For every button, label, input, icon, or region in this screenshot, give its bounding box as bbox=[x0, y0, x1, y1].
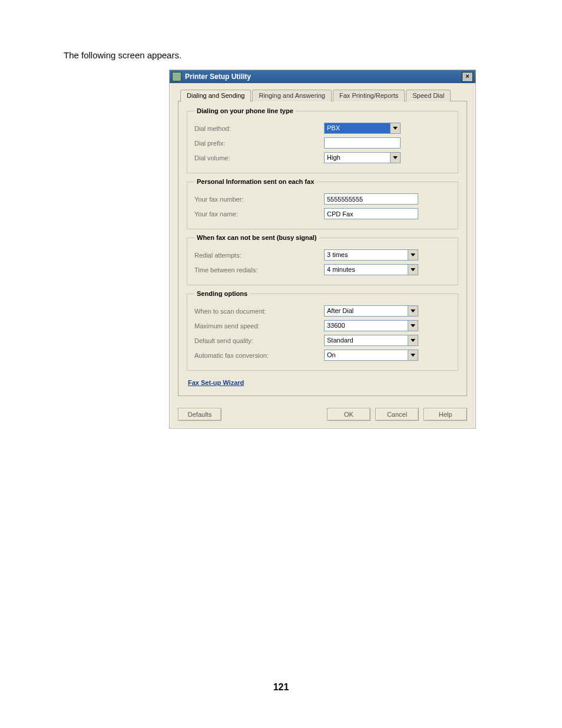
fax-name-input[interactable] bbox=[324, 208, 418, 219]
dialog-body: Dialing and Sending Ringing and Answerin… bbox=[170, 83, 475, 428]
chevron-down-icon bbox=[408, 306, 418, 316]
svg-marker-2 bbox=[411, 253, 415, 256]
tab-panel-dialing-and-sending: Dialing on your phone line type Dial met… bbox=[178, 101, 467, 396]
defaults-button[interactable]: Defaults bbox=[178, 408, 222, 421]
dial-volume-label: Dial volume: bbox=[194, 154, 324, 162]
group-busy-signal: When fax can not be sent (busy signal) R… bbox=[187, 234, 458, 285]
default-send-quality-label: Default send quality: bbox=[194, 337, 324, 344]
tab-fax-printing-reports[interactable]: Fax Printing/Reports bbox=[333, 90, 405, 101]
button-label: OK bbox=[344, 411, 353, 418]
close-icon[interactable]: × bbox=[462, 72, 473, 82]
printer-setup-window: Printer Setup Utility × Dialing and Send… bbox=[169, 70, 476, 429]
button-label: Help bbox=[439, 411, 452, 418]
tab-dialing-and-sending[interactable]: Dialing and Sending bbox=[180, 90, 251, 102]
button-label: Defaults bbox=[188, 411, 211, 418]
group-legend: Dialing on your phone line type bbox=[194, 107, 296, 114]
when-to-scan-select[interactable]: After Dial bbox=[324, 305, 418, 317]
max-send-speed-label: Maximum send speed: bbox=[194, 322, 324, 330]
chevron-down-icon bbox=[408, 250, 418, 260]
redial-attempts-label: Redial attempts: bbox=[194, 252, 324, 259]
auto-fax-conversion-value: On bbox=[325, 350, 408, 360]
time-between-redials-value: 4 minutes bbox=[325, 265, 408, 275]
time-between-redials-select[interactable]: 4 minutes bbox=[324, 264, 418, 275]
group-legend: Personal Information sent on each fax bbox=[194, 178, 316, 185]
max-send-speed-select[interactable]: 33600 bbox=[324, 320, 418, 331]
tab-ringing-and-answering[interactable]: Ringing and Answering bbox=[252, 90, 332, 101]
group-legend: When fax can not be sent (busy signal) bbox=[194, 234, 319, 241]
chevron-down-icon bbox=[408, 335, 418, 345]
fax-name-label: Your fax name: bbox=[194, 210, 324, 218]
group-personal-info: Personal Information sent on each fax Yo… bbox=[187, 178, 458, 229]
svg-marker-0 bbox=[393, 127, 398, 130]
chevron-down-icon bbox=[390, 123, 400, 133]
dial-method-label: Dial method: bbox=[194, 125, 324, 132]
redial-attempts-value: 3 times bbox=[325, 250, 408, 260]
dial-method-select[interactable]: PBX bbox=[324, 123, 401, 134]
auto-fax-conversion-label: Automatic fax conversion: bbox=[194, 352, 324, 359]
cancel-button[interactable]: Cancel bbox=[375, 408, 419, 421]
tab-label: Fax Printing/Reports bbox=[339, 92, 398, 99]
titlebar: Printer Setup Utility × bbox=[170, 70, 475, 83]
dial-method-value: PBX bbox=[325, 123, 390, 133]
button-label: Cancel bbox=[387, 411, 407, 418]
tab-strip: Dialing and Sending Ringing and Answerin… bbox=[178, 89, 467, 101]
group-dialing: Dialing on your phone line type Dial met… bbox=[187, 107, 458, 173]
tab-label: Speed Dial bbox=[412, 92, 444, 99]
svg-marker-1 bbox=[393, 156, 398, 159]
dialog-button-row: Defaults OK Cancel Help bbox=[178, 408, 467, 421]
help-button[interactable]: Help bbox=[424, 408, 467, 421]
dial-prefix-label: Dial prefix: bbox=[194, 140, 324, 147]
when-to-scan-label: When to scan document: bbox=[194, 308, 324, 315]
group-sending-options: Sending options When to scan document: A… bbox=[187, 290, 458, 371]
svg-marker-3 bbox=[411, 268, 415, 271]
document-page: The following screen appears. Printer Se… bbox=[0, 0, 562, 728]
fax-number-input[interactable] bbox=[324, 193, 418, 205]
tab-speed-dial[interactable]: Speed Dial bbox=[406, 90, 451, 101]
tab-label: Dialing and Sending bbox=[187, 92, 244, 99]
default-send-quality-value: Standard bbox=[325, 335, 408, 345]
group-legend: Sending options bbox=[194, 290, 250, 297]
chevron-down-icon bbox=[408, 350, 418, 360]
tab-label: Ringing and Answering bbox=[259, 92, 325, 99]
app-icon bbox=[172, 72, 181, 81]
fax-setup-wizard-link[interactable]: Fax Set-up Wizard bbox=[188, 379, 244, 386]
intro-text: The following screen appears. bbox=[64, 50, 181, 60]
chevron-down-icon bbox=[408, 321, 418, 331]
window-title: Printer Setup Utility bbox=[185, 73, 462, 81]
ok-button[interactable]: OK bbox=[327, 408, 371, 421]
dial-volume-value: High bbox=[325, 153, 390, 163]
svg-marker-5 bbox=[411, 324, 415, 327]
svg-marker-4 bbox=[411, 309, 415, 312]
chevron-down-icon bbox=[408, 265, 418, 275]
dial-volume-select[interactable]: High bbox=[324, 152, 401, 163]
redial-attempts-select[interactable]: 3 times bbox=[324, 249, 418, 261]
default-send-quality-select[interactable]: Standard bbox=[324, 335, 418, 346]
time-between-redials-label: Time between redials: bbox=[194, 266, 324, 274]
max-send-speed-value: 33600 bbox=[325, 321, 408, 331]
when-to-scan-value: After Dial bbox=[325, 306, 408, 316]
dial-prefix-input[interactable] bbox=[324, 137, 401, 149]
svg-marker-7 bbox=[411, 354, 415, 357]
auto-fax-conversion-select[interactable]: On bbox=[324, 350, 418, 361]
chevron-down-icon bbox=[390, 153, 400, 163]
fax-number-label: Your fax number: bbox=[194, 196, 324, 203]
page-number: 121 bbox=[0, 682, 562, 693]
svg-marker-6 bbox=[411, 339, 415, 342]
